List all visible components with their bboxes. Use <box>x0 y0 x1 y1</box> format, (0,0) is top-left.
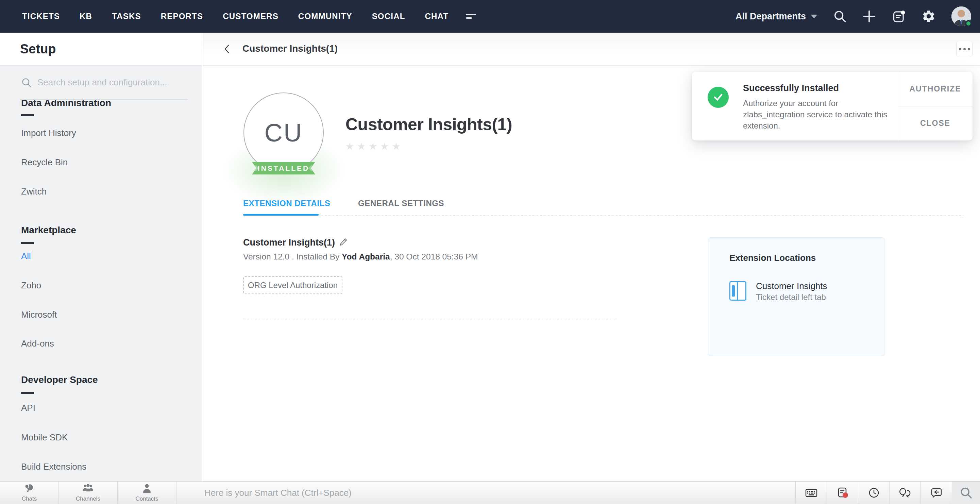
installed-date: , 30 Oct 2018 05:36 PM <box>390 252 478 261</box>
nav-tab-kb[interactable]: KB <box>70 11 102 21</box>
department-selector[interactable]: All Departments <box>735 11 818 22</box>
notification-title: Successfully Installed <box>743 83 839 94</box>
left-panel-layout-icon <box>729 281 746 300</box>
people-group-icon <box>82 483 94 495</box>
section-rule <box>21 392 34 394</box>
feed-notifications-icon[interactable] <box>892 9 906 24</box>
page-title: Customer Insights(1) <box>242 43 338 54</box>
person-icon <box>142 483 152 495</box>
sidebar-item-mobile-sdk[interactable]: Mobile SDK <box>21 432 68 443</box>
nav-right-cluster: All Departments <box>735 0 971 33</box>
chatbar-tab-contacts[interactable]: Contacts <box>118 482 177 504</box>
org-level-authorization-button[interactable]: ORG Level Authorization <box>243 276 342 294</box>
smart-chat-bar: Chats Channels Contacts <box>0 481 980 504</box>
nav-tab-chat[interactable]: CHAT <box>415 11 459 21</box>
sidebar-item-zoho[interactable]: Zoho <box>21 280 41 291</box>
chatbar-tab-chats[interactable]: Chats <box>0 482 59 504</box>
reply-bubble-icon[interactable] <box>921 482 952 504</box>
section-dotted-divider <box>243 319 617 320</box>
main-content: Customer Insights(1) Successfully Instal… <box>202 33 980 481</box>
section-rule <box>21 242 34 244</box>
extension-name: Customer Insights(1) <box>243 237 335 248</box>
section-heading-data-administration: Data Administration <box>21 100 111 108</box>
search-icon[interactable] <box>833 10 847 23</box>
install-notification: Successfully Installed Authorize your ac… <box>692 72 972 140</box>
sidebar-item-zwitch[interactable]: Zwitch <box>21 186 46 197</box>
app-window: TICKETS KB TASKS REPORTS CUSTOMERS COMMU… <box>0 0 980 504</box>
online-status-dot <box>965 20 972 27</box>
sidebar-item-all[interactable]: All <box>21 251 31 262</box>
chatbar-tab-label: Contacts <box>135 496 158 502</box>
sidebar-item-build-extensions[interactable]: Build Extensions <box>21 461 86 472</box>
extension-locations-card: Extension Locations Customer Insights Ti… <box>708 237 885 356</box>
keyboard-icon[interactable] <box>796 482 827 504</box>
authorize-button[interactable]: AUTHORIZE <box>898 72 972 106</box>
plus-icon[interactable] <box>862 10 876 23</box>
installed-by-name: Yod Agbaria <box>342 252 390 261</box>
user-avatar[interactable] <box>951 6 971 26</box>
nav-tab-tasks[interactable]: TASKS <box>102 11 151 21</box>
sidebar-header: Setup <box>0 33 202 66</box>
sidebar-item-add-ons[interactable]: Add-ons <box>21 339 54 349</box>
sidebar-title: Setup <box>20 42 56 56</box>
notification-message: Authorize your account for zlabs_integra… <box>743 98 896 131</box>
chevron-down-icon <box>811 14 818 18</box>
extension-logo: CU <box>243 92 324 173</box>
history-clock-icon[interactable] <box>858 482 889 504</box>
chatbar-tab-channels[interactable]: Channels <box>59 482 118 504</box>
nav-tab-community[interactable]: COMMUNITY <box>288 11 362 21</box>
smart-chat-input-area <box>177 482 796 504</box>
department-selector-label: All Departments <box>735 11 806 22</box>
chat-bubble-icon <box>24 483 35 495</box>
version-info: Version 12.0 . Installed By Yod Agbaria,… <box>243 252 478 262</box>
header-more-button[interactable] <box>956 41 972 57</box>
content-header: Customer Insights(1) <box>202 33 980 66</box>
tabs-dotted-divider <box>319 215 963 216</box>
tab-extension-details[interactable]: EXTENSION DETAILS <box>243 199 330 208</box>
sidebar-item-microsoft[interactable]: Microsoft <box>21 310 57 320</box>
installed-ribbon-badge: INSTALLED <box>252 162 315 175</box>
version-prefix: Version 12.0 . Installed By <box>243 252 342 261</box>
check-circle-icon <box>708 87 729 108</box>
section-heading-marketplace: Marketplace <box>21 225 76 236</box>
section-heading-clipped: Data Administration <box>21 100 111 112</box>
sidebar-item-recycle-bin[interactable]: Recycle Bin <box>21 157 68 168</box>
notes-icon[interactable] <box>827 482 858 504</box>
nav-tab-social[interactable]: SOCIAL <box>362 11 415 21</box>
rating-stars: ★★★★★ <box>345 141 404 152</box>
top-navigation-bar: TICKETS KB TASKS REPORTS CUSTOMERS COMMU… <box>0 0 980 33</box>
nav-tab-tickets[interactable]: TICKETS <box>12 11 70 21</box>
setup-sidebar: Setup Data Administration Import History… <box>0 33 202 481</box>
close-button[interactable]: CLOSE <box>898 106 972 141</box>
location-description: Ticket detail left tab <box>756 293 826 302</box>
sidebar-item-import-history[interactable]: Import History <box>21 128 76 138</box>
locations-heading: Extension Locations <box>729 253 816 263</box>
sidebar-body: Data Administration Import History Recyc… <box>0 66 202 481</box>
back-button[interactable] <box>221 43 234 56</box>
conversations-icon[interactable] <box>889 482 921 504</box>
setup-search-input[interactable] <box>37 75 183 90</box>
chatbar-tab-label: Channels <box>76 496 100 502</box>
smart-chat-input[interactable] <box>177 482 795 504</box>
nav-tab-reports[interactable]: REPORTS <box>151 11 213 21</box>
active-tab-underline <box>243 214 319 216</box>
chatbar-tab-label: Chats <box>22 496 37 502</box>
sidebar-search-icon <box>21 77 32 89</box>
gear-icon[interactable] <box>921 9 936 24</box>
extension-initials: CU <box>264 118 303 147</box>
chat-search-icon[interactable] <box>952 482 980 504</box>
pencil-edit-icon[interactable] <box>339 237 348 248</box>
module-tabs: TICKETS KB TASKS REPORTS CUSTOMERS COMMU… <box>12 11 476 21</box>
extension-title: Customer Insights(1) <box>345 114 512 134</box>
section-heading-developer-space: Developer Space <box>21 374 98 385</box>
nav-tab-customers[interactable]: CUSTOMERS <box>213 11 288 21</box>
sidebar-item-api[interactable]: API <box>21 403 35 413</box>
more-tabs-icon[interactable] <box>466 12 476 21</box>
tab-general-settings[interactable]: GENERAL SETTINGS <box>358 199 444 208</box>
section-rule <box>21 114 34 116</box>
location-name: Customer Insights <box>756 281 827 291</box>
notification-actions: AUTHORIZE CLOSE <box>898 72 972 140</box>
